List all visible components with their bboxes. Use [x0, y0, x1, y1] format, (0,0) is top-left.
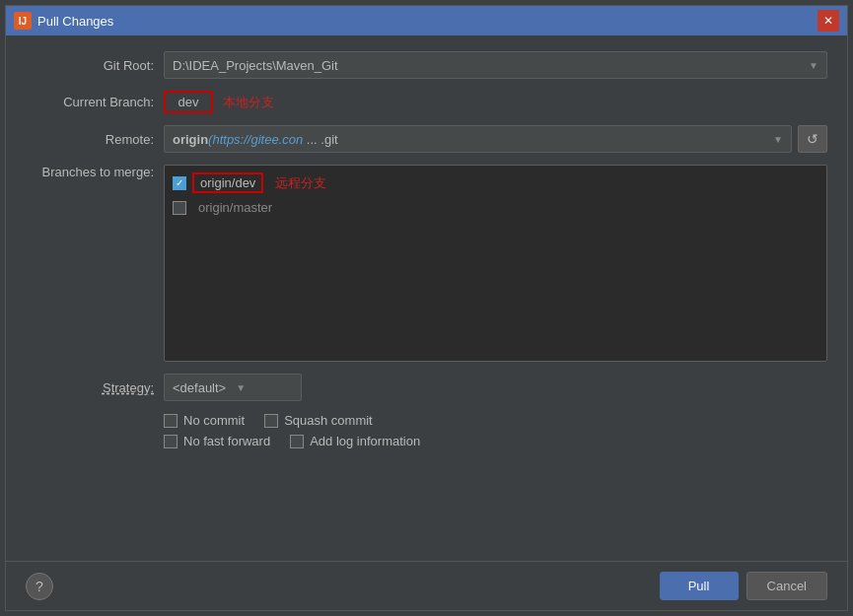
add-log-checkbox[interactable] — [290, 435, 304, 448]
close-button[interactable]: ✕ — [817, 10, 839, 32]
squash-commit-label: Squash commit — [284, 413, 373, 428]
add-log-option[interactable]: Add log information — [290, 434, 420, 448]
remote-arrow-icon: ▼ — [773, 134, 783, 145]
branch-checkbox-dev[interactable]: ✓ — [173, 176, 186, 190]
title-bar-left: IJ Pull Changes — [14, 12, 113, 30]
strategy-row: Strategy: <default> ▼ — [26, 374, 827, 401]
no-commit-checkbox[interactable] — [164, 414, 178, 428]
branch-checkbox-master[interactable] — [173, 201, 186, 215]
options-row-1: No commit Squash commit — [164, 413, 827, 428]
pull-button[interactable]: Pull — [660, 572, 739, 600]
current-branch-row: Current Branch: dev 本地分支 — [26, 91, 827, 113]
strategy-label: Strategy: — [26, 380, 154, 395]
git-root-arrow-icon: ▼ — [809, 60, 818, 71]
branch-annotation-dev: 远程分支 — [275, 174, 326, 192]
git-root-label: Git Root: — [26, 58, 154, 73]
git-root-dropdown[interactable]: D:\IDEA_Projects\Maven_Git ▼ — [164, 51, 827, 79]
strategy-dropdown[interactable]: <default> ▼ — [164, 374, 302, 401]
no-fast-forward-checkbox[interactable] — [164, 435, 178, 448]
dialog-title: Pull Changes — [37, 14, 113, 29]
branch-item[interactable]: origin/master — [165, 196, 826, 219]
refresh-button[interactable]: ↺ — [798, 125, 827, 153]
branches-list: ✓ origin/dev 远程分支 origin/master — [164, 165, 827, 362]
app-icon: IJ — [14, 12, 32, 30]
no-commit-option[interactable]: No commit — [164, 413, 245, 428]
strategy-arrow-icon: ▼ — [236, 382, 246, 393]
remote-git-suffix: .git — [318, 132, 338, 147]
dialog: IJ Pull Changes ✕ Git Root: D:\IDEA_Proj… — [5, 5, 848, 611]
remote-url: (https://gitee.con — [208, 132, 303, 147]
help-button[interactable]: ? — [26, 573, 53, 600]
no-fast-forward-option[interactable]: No fast forward — [164, 434, 270, 448]
options-row-2: No fast forward Add log information — [164, 434, 827, 448]
remote-row: Remote: origin(https://gitee.con ... .gi… — [26, 125, 827, 153]
current-branch-badge: dev — [164, 91, 213, 113]
remote-label: Remote: — [26, 132, 154, 147]
footer-buttons: Pull Cancel — [660, 572, 827, 600]
remote-url-suffix: ... — [303, 132, 317, 147]
no-fast-forward-label: No fast forward — [183, 434, 270, 448]
remote-name: origin — [173, 132, 208, 147]
strategy-value: <default> — [173, 380, 226, 395]
content-area: Git Root: D:\IDEA_Projects\Maven_Git ▼ C… — [6, 35, 847, 561]
branch-item[interactable]: ✓ origin/dev 远程分支 — [165, 170, 826, 196]
remote-dropdown[interactable]: origin(https://gitee.con ... .git ▼ — [164, 125, 792, 153]
branch-name-master: origin/master — [192, 199, 278, 216]
current-branch-label: Current Branch: — [26, 95, 154, 109]
no-commit-label: No commit — [183, 413, 245, 428]
branches-label: Branches to merge: — [26, 165, 154, 179]
current-branch-annotation: 本地分支 — [223, 94, 274, 111]
git-root-row: Git Root: D:\IDEA_Projects\Maven_Git ▼ — [26, 51, 827, 79]
remote-container: origin(https://gitee.con ... .git ▼ ↺ — [164, 125, 827, 153]
git-root-value: D:\IDEA_Projects\Maven_Git — [173, 58, 338, 73]
options-area: No commit Squash commit No fast forward … — [164, 413, 827, 448]
squash-commit-checkbox[interactable] — [264, 414, 278, 428]
squash-commit-option[interactable]: Squash commit — [264, 413, 373, 428]
title-bar: IJ Pull Changes ✕ — [6, 6, 847, 35]
branch-container: dev 本地分支 — [164, 91, 274, 113]
add-log-label: Add log information — [310, 434, 420, 448]
branches-to-merge-row: Branches to merge: ✓ origin/dev 远程分支 ori… — [26, 165, 827, 362]
remote-text: origin(https://gitee.con ... .git — [173, 132, 338, 147]
footer: ? Pull Cancel — [6, 561, 847, 610]
cancel-button[interactable]: Cancel — [746, 572, 827, 600]
branch-name-dev: origin/dev — [192, 172, 263, 193]
refresh-icon: ↺ — [807, 131, 818, 147]
